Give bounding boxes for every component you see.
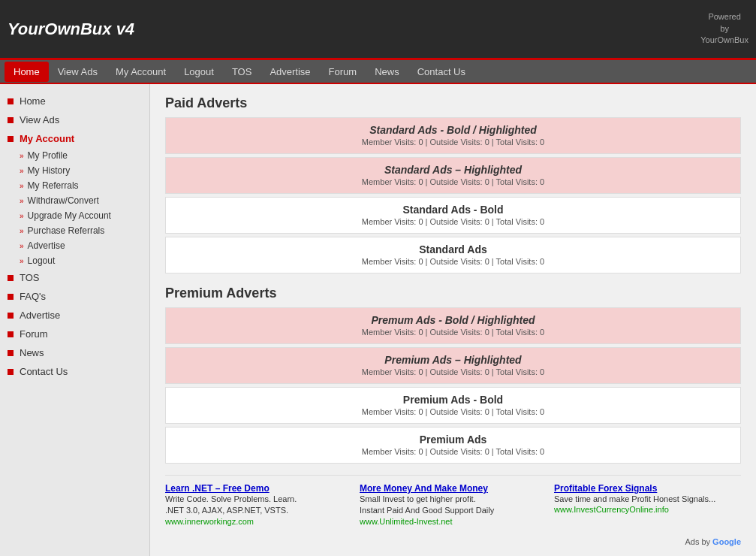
premium-ad-row-4[interactable]: Premium Ads Member Visits: 0 | Outside V… [165,427,741,464]
google-ad-desc-3: Save time and make Profit Honest Signals… [554,494,741,505]
arrow-icon: » [20,167,24,175]
google-ad-link-3[interactable]: Profitable Forex Signals [554,483,741,494]
bullet-icon [8,294,14,300]
premium-ad-row-3[interactable]: Premium Ads - Bold Member Visits: 0 | Ou… [165,387,741,424]
paid-ad-row-1[interactable]: Standard Ads - Bold / Highlighted Member… [165,117,741,154]
paid-ad-row-2[interactable]: Standard Ads – Highlighted Member Visits… [165,157,741,194]
bullet-icon [8,331,14,337]
paid-ad-title-1: Standard Ads - Bold / Highlighted [172,124,734,136]
nav-news[interactable]: News [366,62,408,82]
nav-tos[interactable]: TOS [223,62,261,82]
nav-my-account[interactable]: My Account [107,62,175,82]
bullet-icon [8,117,14,123]
google-ad-url-3: www.InvestCurrencyOnline.info [554,505,741,514]
premium-ad-stats-2: Member Visits: 0 | Outside Visits: 0 | T… [362,367,544,376]
premium-ad-title-2: Premium Ads – Highlighted [172,354,734,366]
sidebar-sub-withdraw[interactable]: » Withdraw/Convert [0,193,149,208]
sidebar-sub-purchase-refs[interactable]: » Purchase Referrals [0,223,149,238]
sidebar-item-my-account[interactable]: My Account [0,129,149,148]
sidebar-item-forum[interactable]: Forum [0,325,149,343]
sidebar-sub-my-history[interactable]: » My History [0,163,149,178]
nav-forum[interactable]: Forum [320,62,366,82]
paid-adverts-title: Paid Adverts [165,95,741,111]
sidebar-sub-upgrade[interactable]: » Upgrade My Account [0,208,149,223]
arrow-icon: » [20,182,24,190]
premium-ad-title-4: Premium Ads [172,434,734,446]
arrow-icon: » [20,242,24,250]
google-ad-3: Profitable Forex Signals Save time and m… [554,483,741,526]
paid-ad-stats-4: Member Visits: 0 | Outside Visits: 0 | T… [362,257,544,266]
sidebar-item-faqs[interactable]: FAQ's [0,287,149,306]
sidebar-sub-my-profile[interactable]: » My Profile [0,148,149,163]
premium-adverts-title: Premium Adverts [165,286,741,301]
content-area: Paid Adverts Standard Ads - Bold / Highl… [150,84,756,556]
sidebar-item-view-ads[interactable]: View Ads [0,110,149,129]
sidebar-sub-advertise[interactable]: » Advertise [0,238,149,253]
arrow-icon: » [20,257,24,265]
premium-ad-stats-4: Member Visits: 0 | Outside Visits: 0 | T… [362,447,544,456]
nav-advertise[interactable]: Advertise [261,62,319,82]
google-ads-section: Learn .NET – Free Demo Write Code. Solve… [165,475,741,533]
nav-view-ads[interactable]: View Ads [49,62,107,82]
sidebar-item-contact-us[interactable]: Contact Us [0,362,149,381]
sidebar-item-advertise[interactable]: Advertise [0,306,149,325]
nav-contact-us[interactable]: Contact Us [408,62,474,82]
google-ad-url-1: www.innerworkingz.com [165,517,352,526]
sidebar-item-news[interactable]: News [0,343,149,362]
paid-ad-title-3: Standard Ads - Bold [172,204,734,216]
premium-ad-row-2[interactable]: Premium Ads – Highlighted Member Visits:… [165,347,741,384]
bullet-icon [8,350,14,356]
navbar: Home View Ads My Account Logout TOS Adve… [0,60,756,84]
premium-ad-title-3: Premium Ads - Bold [172,394,734,406]
arrow-icon: » [20,197,24,205]
sidebar-sub-my-referrals[interactable]: » My Referrals [0,178,149,193]
bullet-icon [8,275,14,281]
powered-by: Powered by YourOwnBux [700,11,748,46]
google-ad-link-2[interactable]: More Money And Make Money [360,483,547,494]
paid-ad-stats-3: Member Visits: 0 | Outside Visits: 0 | T… [362,217,544,226]
sidebar: Home View Ads My Account » My Profile » … [0,84,150,556]
sidebar-item-home[interactable]: Home [0,92,149,110]
google-brand: Google [712,537,741,546]
google-ad-2: More Money And Make Money Small Invest t… [360,483,547,526]
google-ad-desc-2: Small Invest to get higher profit.Instan… [360,494,547,517]
paid-ad-title-2: Standard Ads – Highlighted [172,164,734,176]
logo: YourOwnBux v4 [8,20,134,39]
sidebar-sub-logout[interactable]: » Logout [0,253,149,268]
nav-home[interactable]: Home [5,62,49,82]
paid-ad-row-3[interactable]: Standard Ads - Bold Member Visits: 0 | O… [165,197,741,234]
paid-ad-stats-2: Member Visits: 0 | Outside Visits: 0 | T… [362,177,544,186]
header: YourOwnBux v4 Powered by YourOwnBux [0,0,756,60]
ads-by-google: Ads by Google [165,533,741,550]
premium-ad-stats-1: Member Visits: 0 | Outside Visits: 0 | T… [362,328,544,337]
nav-logout[interactable]: Logout [175,62,223,82]
bullet-icon [8,98,14,104]
premium-ad-row-1[interactable]: Premum Ads - Bold / Highlighted Member V… [165,307,741,344]
bullet-icon [8,313,14,319]
google-ad-link-1[interactable]: Learn .NET – Free Demo [165,483,352,494]
arrow-icon: » [20,227,24,235]
premium-ad-title-1: Premum Ads - Bold / Highlighted [172,314,734,326]
google-ad-1: Learn .NET – Free Demo Write Code. Solve… [165,483,352,526]
google-ad-url-2: www.Unlimited-Invest.net [360,517,547,526]
premium-ad-stats-3: Member Visits: 0 | Outside Visits: 0 | T… [362,407,544,416]
google-ad-desc-1: Write Code. Solve Problems. Learn..NET 3… [165,494,352,517]
bullet-icon [8,136,14,142]
bullet-icon [8,369,14,375]
paid-ad-stats-1: Member Visits: 0 | Outside Visits: 0 | T… [362,137,544,147]
arrow-icon: » [20,152,24,160]
paid-ad-row-4[interactable]: Standard Ads Member Visits: 0 | Outside … [165,237,741,273]
main-layout: Home View Ads My Account » My Profile » … [0,84,756,556]
paid-ad-title-4: Standard Ads [172,243,734,255]
sidebar-item-tos[interactable]: TOS [0,268,149,287]
arrow-icon: » [20,212,24,220]
